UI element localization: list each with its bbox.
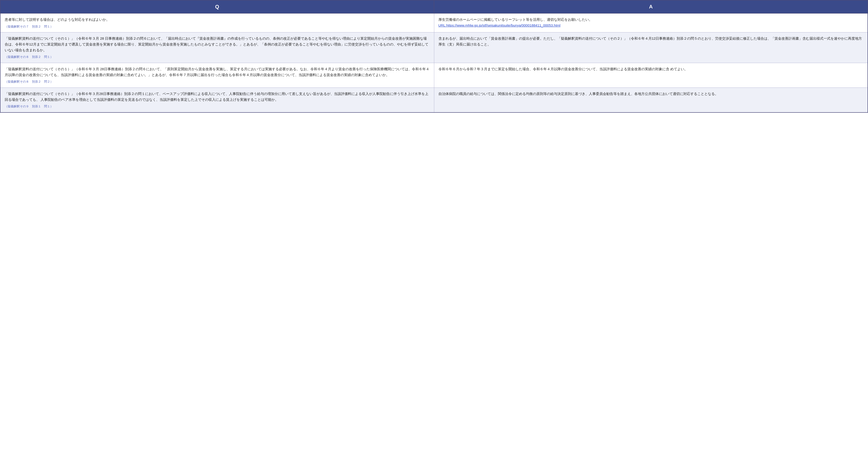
q-text-0: 患者等に対して説明する場合は、どのような対応をすればよいか。	[5, 18, 110, 22]
header-q: Q	[0, 0, 434, 13]
a-text-0: 厚生労働省のホームページに掲載しているリーフレット等を活用し、適切な対応をお願い…	[438, 18, 592, 22]
q-sub-1: （疑義解釈その８ 別添２ 問１）	[5, 54, 430, 59]
a-text-2: 令和６年６月から令和７年３月までに算定を開始した場合、令和６年４月以降の賃金改善…	[438, 67, 688, 71]
table-row: 「疑義解釈資料の送付について（その１）」（令和６年３月 28日事務連絡）別添２の…	[0, 63, 868, 88]
a-link-0[interactable]: URL:https://www.mhlw.go.jp/stf/seisakuni…	[438, 23, 561, 27]
a-cell-1: 含まれるが、届出時点において「賃金改善計画書」の提出が必要。ただし、「疑義解釈資…	[434, 32, 868, 63]
a-cell-0: 厚生労働省のホームページに掲載しているリーフレット等を活用し、適切な対応をお願い…	[434, 13, 868, 32]
q-cell-3: 「疑義解釈資料の送付について（その１）」（令和６年３月28日事務連絡）別添２の問…	[0, 88, 434, 112]
q-text-3: 「疑義解釈資料の送付について（その１）」（令和６年３月28日事務連絡）別添２の問…	[5, 92, 428, 102]
a-cell-2: 令和６年６月から令和７年３月までに算定を開始した場合、令和６年４月以降の賃金改善…	[434, 63, 868, 88]
table-row: 「疑義解釈資料の送付について（その１）」（令和６年３月28日事務連絡）別添２の問…	[0, 88, 868, 112]
q-sub-0: （疑義解釈その７ 別添２ 問１）	[5, 24, 430, 29]
q-cell-2: 「疑義解釈資料の送付について（その１）」（令和６年３月 28日事務連絡）別添２の…	[0, 63, 434, 88]
a-text-3: 自治体病院の職員の給与については、関係法令に定める均衡の原則等の給与決定原則に基…	[438, 92, 718, 96]
a-cell-3: 自治体病院の職員の給与については、関係法令に定める均衡の原則等の給与決定原則に基…	[434, 88, 868, 112]
q-cell-0: 患者等に対して説明する場合は、どのような対応をすればよいか。（疑義解釈その７ 別…	[0, 13, 434, 32]
header-a: A	[434, 0, 868, 13]
table-row: 「疑義解釈資料の送付について（その１）」（令和６年３月 28 日事務連絡）別添２…	[0, 32, 868, 63]
q-text-1: 「疑義解釈資料の送付について（その１）」（令和６年３月 28 日事務連絡）別添２…	[5, 36, 428, 52]
q-sub-2: （疑義解釈その８ 別添２ 問２）	[5, 79, 430, 84]
q-cell-1: 「疑義解釈資料の送付について（その１）」（令和６年３月 28 日事務連絡）別添２…	[0, 32, 434, 63]
main-table: Q A 患者等に対して説明する場合は、どのような対応をすればよいか。（疑義解釈そ…	[0, 0, 868, 113]
a-text-1: 含まれるが、届出時点において「賃金改善計画書」の提出が必要。ただし、「疑義解釈資…	[438, 36, 862, 46]
q-text-2: 「疑義解釈資料の送付について（その１）」（令和６年３月 28日事務連絡）別添２の…	[5, 67, 429, 77]
q-sub-3: （疑義解釈その９ 別添１ 問１）	[5, 104, 430, 109]
table-row: 患者等に対して説明する場合は、どのような対応をすればよいか。（疑義解釈その７ 別…	[0, 13, 868, 32]
